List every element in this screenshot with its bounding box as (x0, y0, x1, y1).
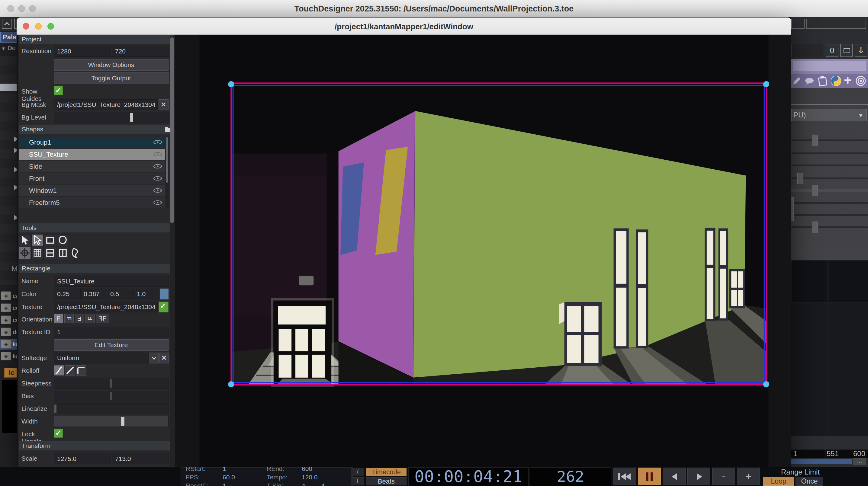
section-shapes[interactable]: Shapes (19, 125, 174, 134)
visibility-eye-icon[interactable] (153, 188, 162, 193)
shadow-type-dropdown[interactable]: PU) ▼ (791, 109, 867, 121)
section-rectangle[interactable]: Rectangle (19, 264, 174, 273)
softedge-chevron-icon[interactable] (150, 353, 159, 363)
shape-row-side[interactable]: Side (19, 161, 165, 172)
comp-item[interactable]: ◈ co (0, 315, 19, 325)
shape-row-group1[interactable]: Group1 (19, 137, 165, 148)
step-back-button[interactable] (663, 467, 686, 485)
tab-beats[interactable]: Beats (366, 477, 406, 485)
softedge-dropdown[interactable]: Uniform (54, 353, 149, 363)
corner-handle-tl[interactable] (228, 81, 234, 87)
slider-knob[interactable] (54, 404, 57, 413)
rend-value[interactable]: 600 (302, 467, 312, 473)
resolution-w-field[interactable]: 1280 (54, 45, 111, 57)
corner-handle-tr[interactable] (763, 81, 769, 87)
mapping-canvas[interactable] (177, 35, 791, 467)
shape-row-freeform5[interactable]: Freeform5 (19, 197, 165, 208)
bg-mask-field[interactable]: /project1/SSU_Texture_2048x1304 (54, 99, 158, 110)
comp-item[interactable]: ◈ ka (0, 351, 19, 362)
visibility-eye-icon[interactable] (153, 164, 162, 168)
step-forward-button[interactable] (687, 467, 710, 485)
panel-scrollbar[interactable] (170, 36, 174, 466)
color-a-field[interactable]: 1.0 (133, 289, 159, 299)
pause-button[interactable] (638, 467, 661, 485)
tab-palette[interactable]: Pale (0, 32, 18, 42)
target-icon[interactable] (855, 75, 866, 86)
section-project[interactable]: Project (19, 35, 174, 44)
orientation-0-button[interactable]: F (54, 314, 63, 323)
color-b-field[interactable]: 0.5 (107, 289, 132, 299)
bg-level-slider[interactable] (54, 112, 168, 123)
timeline-scrollbar[interactable] (791, 459, 852, 464)
visibility-eye-icon[interactable] (153, 176, 162, 181)
vsplit-tool[interactable] (57, 247, 69, 259)
rstart-value[interactable]: 1 (223, 467, 226, 473)
units-frames-button[interactable]: / (351, 468, 364, 476)
toolbar-box[interactable] (791, 19, 805, 29)
shape-row-window1[interactable]: WIndow1 (19, 185, 165, 196)
range-end-field[interactable]: 551 600 (825, 449, 868, 458)
slider-knob[interactable] (121, 417, 124, 426)
color-g-field[interactable]: 0.387 (80, 289, 106, 299)
units-ibeam-button[interactable]: I (351, 477, 364, 485)
comp-item[interactable]: ◈ ca (0, 290, 19, 301)
corner-handle-br[interactable] (763, 381, 769, 387)
resolution-h-field[interactable]: 720 (112, 45, 168, 57)
range-minus-button[interactable]: - (712, 467, 735, 485)
scale-y-field[interactable]: 713.0 (112, 453, 168, 464)
shape-row-ssu-texture[interactable]: SSU_Texture (19, 149, 165, 160)
orientation-180-button[interactable]: F (75, 314, 84, 323)
scrollbar-thumb[interactable] (166, 137, 168, 183)
texture-id-field[interactable]: 1 (54, 327, 168, 337)
toggle-output-button[interactable]: Toggle Output (54, 72, 168, 84)
range-plus-button[interactable]: + (737, 467, 760, 485)
orientation-90-button[interactable]: F (64, 314, 74, 323)
color-r-field[interactable]: 0.25 (54, 289, 80, 299)
rolloff-linear-button[interactable] (65, 365, 75, 376)
param-field[interactable] (791, 44, 824, 57)
param-slider[interactable] (791, 139, 868, 141)
steepness-slider[interactable] (54, 378, 168, 389)
corner-handle-bl[interactable] (228, 381, 234, 387)
shapes-scrollbar[interactable] (165, 137, 168, 208)
orientation-flip-button[interactable]: ꟻF (96, 314, 109, 323)
rectangle-tool[interactable] (44, 234, 56, 246)
slider-handle[interactable] (812, 185, 818, 196)
python-icon[interactable] (831, 75, 841, 86)
slider-handle[interactable] (812, 222, 818, 233)
param-slider[interactable] (791, 164, 868, 166)
tab-timecode[interactable]: Timecode (366, 468, 406, 476)
param-slider-highlight[interactable] (791, 189, 868, 192)
network-editor-fragment[interactable] (791, 260, 868, 436)
pane-icon[interactable] (2, 19, 12, 29)
range-start-field[interactable]: 1 (791, 449, 825, 458)
jump-to-start-button[interactable] (613, 467, 636, 485)
window-titlebar[interactable]: /project1/kantanMapper1/editWindow (17, 18, 791, 35)
linearize-slider[interactable] (54, 403, 168, 414)
name-field[interactable]: SSU_Texture (54, 276, 168, 287)
texture-field[interactable]: /project1/SSU_Texture_2048x1304 (54, 301, 158, 313)
slider-knob[interactable] (130, 113, 133, 122)
shape-row-front[interactable]: Front (19, 173, 165, 184)
orientation-270-button[interactable]: F (86, 314, 95, 323)
window-options-button[interactable]: Window Options (54, 59, 168, 71)
resetf-value[interactable]: 1 (223, 482, 226, 486)
rolloff-step-button[interactable] (76, 365, 86, 376)
comp-item[interactable]: ◈ co (0, 302, 19, 313)
once-button[interactable]: Once (796, 477, 823, 486)
tempo-value[interactable]: 120.0 (302, 474, 318, 481)
toolbar-box[interactable] (806, 19, 866, 29)
tree-root-row[interactable]: ▼ De (1, 44, 16, 52)
param-slider[interactable] (791, 226, 868, 228)
slider-handle[interactable] (797, 173, 803, 184)
tsig-b-value[interactable]: 4 (321, 482, 325, 486)
slider-knob[interactable] (110, 392, 112, 400)
loop-button[interactable]: Loop (763, 477, 794, 486)
texture-checkbox[interactable] (159, 301, 168, 313)
bezier-tool[interactable] (69, 247, 82, 259)
slider-handle[interactable] (812, 135, 818, 146)
param-slider[interactable] (791, 214, 868, 216)
comp-item[interactable]: ◈ do (0, 327, 19, 337)
slider-handle[interactable] (791, 209, 794, 221)
color-swatch[interactable] (160, 289, 168, 299)
